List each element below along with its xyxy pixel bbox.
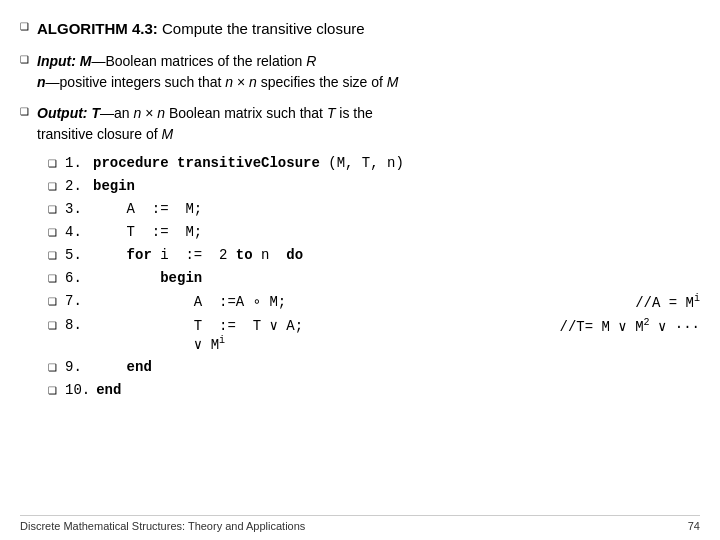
line-3-code: A := M;	[93, 201, 700, 217]
input-r: R	[306, 53, 316, 69]
code-line-6: ❑ 6. begin	[48, 270, 700, 286]
input-line1-rest: —Boolean matrices of the relation R	[91, 53, 316, 69]
input-line2: n—positive integers such that n × n spec…	[37, 72, 700, 93]
line-8-main: 8. T := T ∨ A; //T= M ∨ M2 ∨ ···	[65, 317, 700, 335]
main-content: ❑ ALGORITHM 4.3: Compute the transitive …	[0, 0, 720, 415]
line-2-code: begin	[93, 178, 700, 194]
output-line2: transitive closure of M	[37, 124, 700, 145]
footer-right: 74	[688, 520, 700, 532]
sub-bullet-10: ❑	[48, 385, 57, 396]
algorithm-title-normal: Compute the transitive closure	[158, 20, 365, 37]
footer: Discrete Mathematical Structures: Theory…	[20, 515, 700, 532]
line-num-5: 5.	[65, 247, 87, 263]
line-9-content: 9. end	[65, 359, 700, 375]
input-m2: M	[387, 74, 399, 90]
input-text: Input: M—Boolean matrices of the relatio…	[37, 51, 700, 93]
line-num-2: 2.	[65, 178, 87, 194]
line-2-content: 2. begin	[65, 178, 700, 194]
bullet-algorithm-title: ❑ ALGORITHM 4.3: Compute the transitive …	[20, 18, 700, 41]
input-n2: n	[249, 74, 257, 90]
line-5-content: 5. for i := 2 to n do	[65, 247, 700, 263]
line-9-code: end	[93, 359, 700, 375]
line-1-code: procedure transitiveClosure (M, T, n)	[93, 155, 700, 171]
bullet-1-symbol: ❑	[20, 21, 29, 32]
code-line-4: ❑ 4. T := M;	[48, 224, 700, 240]
line-8-content: 8. T := T ∨ A; //T= M ∨ M2 ∨ ··· ∨ Mi	[65, 317, 700, 352]
code-line-10: ❑ 10. end	[48, 382, 700, 398]
algorithm-title-text: ALGORITHM 4.3: Compute the transitive cl…	[37, 18, 700, 41]
line-7-comment: //A = Mi	[635, 293, 700, 311]
bullet-input: ❑ Input: M—Boolean matrices of the relat…	[20, 51, 700, 93]
algorithm-title-bold: ALGORITHM 4.3:	[37, 20, 158, 37]
to-keyword: to	[236, 247, 253, 263]
output-n2: n	[157, 105, 165, 121]
algorithm-title: ALGORITHM 4.3: Compute the transitive cl…	[37, 20, 365, 37]
line-6-content: 6. begin	[65, 270, 700, 286]
line-num-6: 6.	[65, 270, 87, 286]
line-8-spacer	[65, 335, 87, 353]
begin-keyword-2: begin	[160, 270, 202, 286]
code-line-3: ❑ 3. A := M;	[48, 201, 700, 217]
line-8-extra-code: ∨ Mi	[93, 335, 225, 353]
output-line1-rest: —an n × n Boolean matrix such that T is …	[100, 105, 373, 121]
sub-bullet-5: ❑	[48, 250, 57, 261]
output-t2: T	[327, 105, 336, 121]
input-n-label: n	[37, 74, 46, 90]
line-num-9: 9.	[65, 359, 87, 375]
procedure-keyword: procedure transitiveClosure	[93, 155, 320, 171]
input-m-label: Input: M	[37, 53, 91, 69]
line-3-content: 3. A := M;	[65, 201, 700, 217]
sub-bullet-6: ❑	[48, 273, 57, 284]
bullet-output: ❑ Output: T—an n × n Boolean matrix such…	[20, 103, 700, 145]
do-keyword: do	[286, 247, 303, 263]
bullet-2-symbol: ❑	[20, 54, 29, 65]
line-5-code: for i := 2 to n do	[93, 247, 700, 263]
input-line2-rest: —positive integers such that n × n speci…	[46, 74, 399, 90]
input-n1: n	[225, 74, 233, 90]
sub-bullet-3: ❑	[48, 204, 57, 215]
line-num-4: 4.	[65, 224, 87, 240]
line-4-content: 4. T := M;	[65, 224, 700, 240]
code-line-2: ❑ 2. begin	[48, 178, 700, 194]
input-line1: Input: M—Boolean matrices of the relatio…	[37, 51, 700, 72]
line-1-content: 1. procedure transitiveClosure (M, T, n)	[65, 155, 700, 171]
output-text: Output: T—an n × n Boolean matrix such t…	[37, 103, 700, 145]
code-block: ❑ 1. procedure transitiveClosure (M, T, …	[20, 155, 700, 399]
line-10-code: end	[96, 382, 700, 398]
code-line-5: ❑ 5. for i := 2 to n do	[48, 247, 700, 263]
sub-bullet-9: ❑	[48, 362, 57, 373]
output-line1: Output: T—an n × n Boolean matrix such t…	[37, 103, 700, 124]
code-line-1: ❑ 1. procedure transitiveClosure (M, T, …	[48, 155, 700, 171]
end-keyword-1: end	[127, 359, 152, 375]
code-line-9: ❑ 9. end	[48, 359, 700, 375]
line-num-7: 7.	[65, 293, 87, 309]
line-8-extra: ∨ Mi	[65, 335, 700, 353]
line-8-code: T := T ∨ A;	[93, 317, 520, 334]
for-keyword: for	[127, 247, 152, 263]
line-num-3: 3.	[65, 201, 87, 217]
sub-bullet-7: ❑	[48, 296, 57, 307]
line-8-comment: //T= M ∨ M2 ∨ ···	[560, 317, 701, 335]
bullet-3-symbol: ❑	[20, 106, 29, 117]
footer-left: Discrete Mathematical Structures: Theory…	[20, 520, 305, 532]
sub-bullet-4: ❑	[48, 227, 57, 238]
line-num-10: 10.	[65, 382, 90, 398]
output-m: M	[162, 126, 174, 142]
sub-bullet-2: ❑	[48, 181, 57, 192]
code-line-7: ❑ 7. A :=A ∘ M; //A = Mi	[48, 293, 700, 311]
line-6-code: begin	[93, 270, 700, 286]
code-line-8: ❑ 8. T := T ∨ A; //T= M ∨ M2 ∨ ··· ∨ Mi	[48, 317, 700, 352]
line-10-content: 10. end	[65, 382, 700, 398]
sub-bullet-1: ❑	[48, 158, 57, 169]
output-t-label: Output: T	[37, 105, 100, 121]
line-4-code: T := M;	[93, 224, 700, 240]
line-num-8: 8.	[65, 317, 87, 333]
line-7-content: 7. A :=A ∘ M; //A = Mi	[65, 293, 700, 311]
line-7-code: A :=A ∘ M;	[93, 293, 595, 310]
sub-bullet-8: ❑	[48, 320, 57, 331]
line-num-1: 1.	[65, 155, 87, 171]
output-n1: n	[133, 105, 141, 121]
